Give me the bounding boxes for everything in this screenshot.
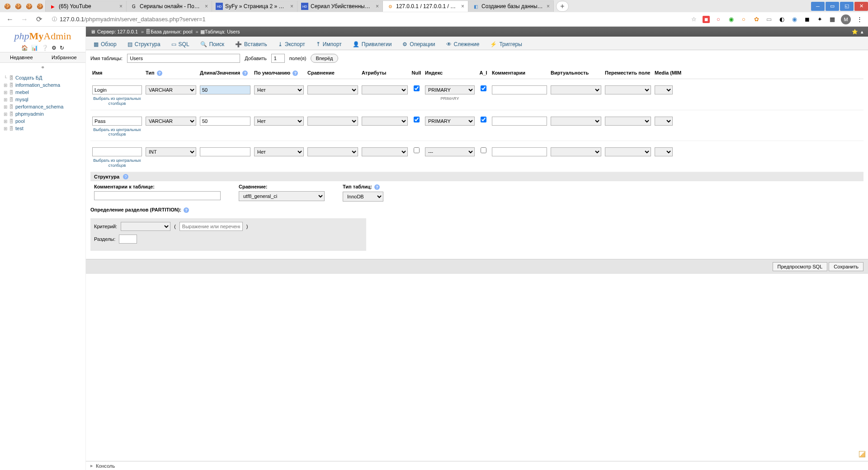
extension-icon[interactable]: ○	[740, 15, 748, 24]
page-corner-icon[interactable]	[859, 451, 865, 457]
col-attr-select[interactable]	[362, 117, 408, 126]
db-tree-item[interactable]: ⊞🗄pool	[0, 118, 85, 125]
col-collation-select[interactable]	[307, 85, 358, 94]
add-count-input[interactable]	[271, 54, 285, 63]
create-db-link[interactable]: └🗄Создать БД	[0, 74, 85, 81]
col-name-input[interactable]	[92, 147, 142, 156]
extension-icon[interactable]: ✦	[816, 15, 824, 24]
back-button[interactable]: ←	[5, 14, 15, 25]
browser-tab[interactable]: ◧Создание базы данных в PHPM×	[468, 0, 554, 12]
col-move-select[interactable]	[605, 117, 651, 126]
col-move-select[interactable]	[605, 147, 651, 156]
col-virtuality-select[interactable]	[551, 147, 601, 156]
col-type-select[interactable]: VARCHAR	[146, 117, 196, 126]
col-type-select[interactable]: INT	[146, 147, 196, 156]
col-null-checkbox[interactable]	[414, 147, 420, 153]
breadcrumb-db[interactable]: pool	[183, 29, 193, 34]
window-button[interactable]: ▭	[826, 2, 839, 11]
col-attr-select[interactable]	[362, 147, 408, 156]
db-tree-item[interactable]: ⊞🗄test	[0, 125, 85, 132]
pma-tab[interactable]: ⚙Операции	[397, 38, 440, 50]
breadcrumb-table[interactable]: Users	[227, 29, 240, 34]
help-icon[interactable]: ?	[242, 70, 248, 76]
pinned-icon[interactable]: 🍪	[3, 2, 12, 11]
collapse-icon[interactable]: ▴	[861, 29, 863, 35]
col-index-select[interactable]: PRIMARY	[425, 85, 475, 94]
close-window-button[interactable]: ✕	[854, 2, 868, 11]
pma-tab[interactable]: ⤒Импорт	[311, 38, 347, 50]
breadcrumb-server[interactable]: 127.0.0.1	[117, 29, 138, 34]
docs-icon[interactable]: ❔	[42, 45, 48, 51]
col-length-input[interactable]	[200, 117, 250, 126]
db-tree-item[interactable]: ⊞🗄mysql	[0, 96, 85, 103]
browser-tab[interactable]: HDСериал Убийственный класс 1 с×	[297, 0, 383, 12]
help-icon[interactable]: ?	[374, 184, 380, 190]
bookmark-icon[interactable]: ⭐	[852, 29, 858, 35]
help-icon[interactable]: ?	[123, 174, 128, 179]
console-bar[interactable]: ▸ Консоль	[86, 461, 868, 470]
table-comments-input[interactable]	[94, 191, 221, 200]
pma-tab[interactable]: 👁Слежение	[441, 38, 485, 50]
close-icon[interactable]: ×	[290, 3, 293, 9]
browser-tab[interactable]: ▶(65) YouTube×	[45, 0, 127, 12]
logout-icon[interactable]: 📊	[31, 45, 38, 51]
col-default-select[interactable]: Нет	[254, 147, 304, 156]
reload-button[interactable]: ⟳	[33, 14, 44, 25]
col-index-select[interactable]: ---	[425, 147, 475, 156]
col-virtuality-select[interactable]	[551, 85, 601, 94]
pma-tab[interactable]: ▭SQL	[166, 38, 194, 50]
col-index-select[interactable]: PRIMARY	[425, 117, 475, 126]
pma-tab[interactable]: ➕Вставить	[230, 38, 272, 50]
home-icon[interactable]: 🏠	[21, 45, 28, 51]
reload-icon[interactable]: ↻	[60, 45, 64, 51]
browser-tab[interactable]: GСериалы онлайн - Поиск в Goo×	[126, 0, 212, 12]
col-collation-select[interactable]	[307, 147, 358, 156]
extension-icon[interactable]: ◐	[778, 15, 786, 24]
col-collation-select[interactable]	[307, 117, 358, 126]
browser-tab-active[interactable]: ⚙127.0.0.1 / 127.0.0.1 / pool / Use×	[382, 0, 468, 12]
extension-icon[interactable]: ◉	[790, 15, 798, 24]
partition-expr-input[interactable]	[179, 222, 243, 231]
pinned-icon[interactable]: 🍪	[14, 2, 23, 11]
extension-icon[interactable]: ✿	[752, 15, 760, 24]
db-tree-item[interactable]: ⊞🗄performance_schema	[0, 103, 85, 110]
minimize-button[interactable]: ─	[811, 2, 825, 11]
close-icon[interactable]: ×	[547, 3, 550, 9]
new-tab-button[interactable]: +	[556, 1, 569, 12]
table-collation-select[interactable]: utf8_general_ci	[239, 191, 325, 201]
pma-tab[interactable]: ⚡Триггеры	[485, 38, 527, 50]
col-default-select[interactable]: Нет	[254, 85, 304, 94]
settings-icon[interactable]: ⚙	[52, 45, 57, 51]
browser-tab[interactable]: HDSyFy » Страница 2 » Сериалы о×	[212, 0, 297, 12]
profile-avatar[interactable]: M	[841, 14, 851, 24]
col-attr-select[interactable]	[362, 85, 408, 94]
col-length-input[interactable]	[200, 85, 250, 94]
sections-input[interactable]	[119, 235, 137, 244]
col-ai-checkbox[interactable]	[481, 147, 486, 153]
extension-icon[interactable]: ▭	[765, 15, 773, 24]
pick-central-link[interactable]: Выбрать из центральных столбцов	[92, 96, 142, 106]
pma-tab[interactable]: ▤Структура	[123, 38, 165, 50]
db-tree-item[interactable]: ⊞🗄information_schema	[0, 81, 85, 89]
col-comment-input[interactable]	[492, 117, 547, 126]
col-media-select[interactable]	[655, 85, 673, 94]
col-media-select[interactable]	[655, 147, 673, 156]
pinned-icon[interactable]: 🍪	[24, 2, 33, 11]
tab-recent[interactable]: Недавнее	[0, 52, 43, 62]
go-button[interactable]: Вперёд	[311, 54, 338, 63]
save-button[interactable]: Сохранить	[829, 262, 863, 271]
db-tree-item[interactable]: ⊞🗄mebel	[0, 89, 85, 96]
bookmark-icon[interactable]: ☆	[690, 15, 698, 24]
menu-icon[interactable]: ⋮	[855, 15, 863, 24]
col-ai-checkbox[interactable]	[481, 85, 486, 91]
close-icon[interactable]: ×	[205, 3, 208, 9]
extension-icon[interactable]: ○	[714, 15, 722, 24]
col-comment-input[interactable]	[492, 147, 547, 156]
criterion-select[interactable]	[121, 222, 170, 231]
col-ai-checkbox[interactable]	[481, 117, 486, 122]
extension-icon[interactable]: ▦	[828, 15, 836, 24]
maximize-button[interactable]: ◱	[840, 2, 854, 11]
preview-sql-button[interactable]: Предпросмотр SQL	[773, 262, 828, 271]
url-field[interactable]: ⓘ 127.0.0.1/phpmyadmin/server_databases.…	[48, 13, 685, 26]
pick-central-link[interactable]: Выбрать из центральных столбцов	[92, 158, 142, 168]
